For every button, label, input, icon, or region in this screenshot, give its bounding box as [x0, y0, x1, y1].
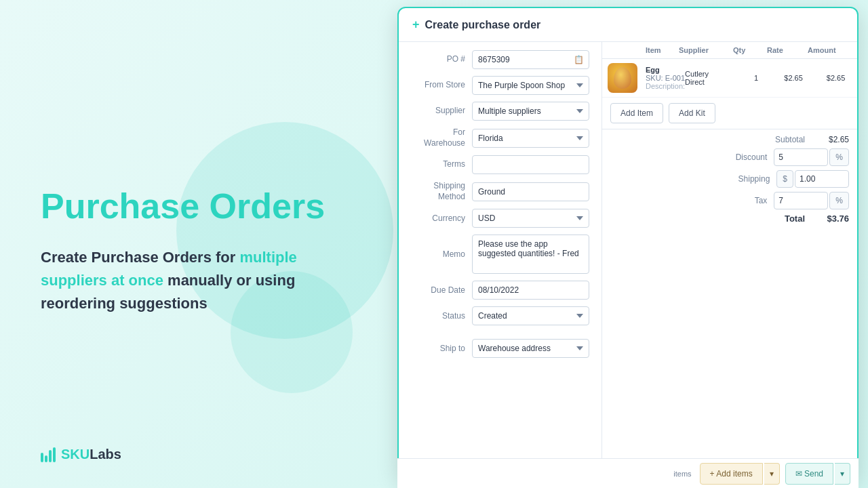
col-image [608, 46, 646, 54]
subtitle-part1: Create Purchase Orders for [41, 249, 239, 266]
modal-header: + Create purchase order [399, 8, 857, 42]
discount-input[interactable] [774, 148, 828, 166]
subtitle-highlight1: multiple [239, 249, 296, 266]
add-items-arrow-button[interactable]: ▾ [764, 463, 780, 485]
egg-icon [614, 67, 631, 89]
tax-input-group: % [774, 192, 849, 209]
supplier-row: Supplier Multiple suppliers [411, 102, 589, 121]
total-label: Total [757, 214, 805, 224]
subtotal-value: $2.65 [812, 135, 849, 144]
from-store-label: From Store [411, 80, 472, 91]
shipping-method-row: ShippingMethod [411, 181, 589, 202]
table-header: Item Supplier Qty Rate Amount [602, 42, 857, 59]
shipping-label: Shipping [722, 174, 770, 184]
discount-percent-button[interactable]: % [829, 148, 849, 166]
modal-body: PO # 📋 From Store The Purple Spoon Shop … [399, 42, 857, 480]
item-amount: $2.65 [814, 74, 857, 82]
ship-to-label: Ship to [411, 344, 472, 354]
subtotal-row: Subtotal $2.65 [610, 135, 849, 144]
add-kit-button[interactable]: Add Kit [669, 103, 715, 123]
currency-select[interactable]: USD [472, 209, 589, 228]
shipping-method-label: ShippingMethod [411, 181, 472, 202]
subtotal-label: Subtotal [757, 135, 805, 144]
col-amount: Amount [808, 46, 852, 54]
add-item-button[interactable]: Add Item [610, 103, 663, 123]
item-qty: 1 [739, 74, 773, 82]
bottom-bar: items + Add items ▾ ✉ Send ▾ [397, 458, 859, 488]
status-row: Status Created [411, 306, 589, 325]
subtitle-highlight2: suppliers at once [41, 272, 163, 289]
po-label: PO # [411, 54, 472, 65]
due-date-input[interactable] [472, 281, 589, 300]
terms-input[interactable] [472, 155, 589, 174]
memo-label: Memo [411, 249, 472, 260]
plus-icon: + [412, 18, 420, 32]
supplier-select[interactable]: Multiple suppliers [472, 102, 589, 121]
terms-label: Terms [411, 159, 472, 170]
due-date-row: Due Date [411, 281, 589, 300]
for-warehouse-select[interactable]: Florida [472, 129, 589, 148]
col-rate: Rate [767, 46, 808, 54]
subtitle: Create Purchase Orders for multiple supp… [41, 246, 353, 315]
currency-row: Currency USD [411, 209, 589, 228]
po-row: PO # 📋 [411, 50, 589, 69]
create-purchase-order-modal: + Create purchase order PO # 📋 From Stor… [397, 7, 859, 481]
ship-to-select[interactable]: Warehouse address [472, 339, 589, 358]
col-supplier: Supplier [679, 46, 733, 54]
discount-row: Discount % [610, 148, 849, 166]
action-buttons: Add Item Add Kit [602, 98, 857, 129]
po-input-wrapper: 📋 [472, 50, 589, 69]
send-arrow-button[interactable]: ▾ [835, 463, 850, 485]
due-date-label: Due Date [411, 285, 472, 296]
item-description: Description: [646, 82, 685, 90]
for-warehouse-row: ForWarehouse Florida [411, 127, 589, 148]
for-warehouse-label: ForWarehouse [411, 127, 472, 148]
tax-label: Tax [719, 196, 767, 205]
page-title: Purchase Orders [41, 186, 353, 227]
item-info: Egg SKU: E-001 Description: [646, 66, 685, 90]
totals-section: Subtotal $2.65 Discount % Shipping $ [602, 129, 857, 233]
modal-title: Create purchase order [425, 19, 541, 31]
from-store-row: From Store The Purple Spoon Shop [411, 76, 589, 95]
status-label: Status [411, 311, 472, 322]
calendar-icon: 📋 [574, 55, 584, 64]
tax-percent-button[interactable]: % [829, 192, 849, 209]
item-name: Egg [646, 66, 685, 74]
from-store-select[interactable]: The Purple Spoon Shop [472, 76, 589, 95]
discount-label: Discount [719, 152, 767, 162]
col-item: Item [646, 46, 679, 54]
shipping-row: Shipping $ [610, 170, 849, 188]
memo-textarea[interactable]: Please use the app suggested quantities!… [472, 235, 589, 274]
logo-sku: SKU [61, 447, 90, 462]
terms-row: Terms [411, 155, 589, 174]
memo-row: Memo Please use the app suggested quanti… [411, 235, 589, 274]
form-panel: PO # 📋 From Store The Purple Spoon Shop … [399, 42, 602, 480]
tax-input[interactable] [774, 192, 828, 209]
add-items-button[interactable]: + Add items [700, 463, 763, 485]
total-row: Total $3.76 [610, 214, 849, 224]
item-supplier: CutleryDirect [685, 70, 739, 86]
send-button[interactable]: ✉ Send [785, 463, 833, 485]
logo: SKULabs [41, 447, 121, 462]
discount-input-group: % [774, 148, 849, 166]
po-input[interactable] [472, 50, 589, 69]
item-rate: $2.65 [773, 74, 814, 82]
tax-row: Tax % [610, 192, 849, 209]
shipping-method-input[interactable] [472, 182, 589, 201]
status-select[interactable]: Created [472, 306, 589, 325]
shipping-input[interactable] [795, 170, 849, 188]
subtitle-part3: manually or using [163, 272, 295, 289]
ship-to-row: Ship to Warehouse address [411, 339, 589, 358]
item-image [608, 63, 646, 93]
logo-text: SKULabs [61, 447, 121, 462]
col-qty: Qty [733, 46, 767, 54]
shipping-dollar-button[interactable]: $ [776, 170, 793, 188]
total-value: $3.76 [812, 214, 849, 224]
table-row: Egg SKU: E-001 Description: CutleryDirec… [602, 59, 857, 98]
items-count: items [673, 470, 691, 478]
left-panel: Purchase Orders Create Purchase Orders f… [0, 0, 393, 488]
item-sku: SKU: E-001 [646, 74, 685, 82]
shipping-input-group: $ [776, 170, 849, 188]
logo-bars-icon [41, 447, 56, 462]
subtitle-line2: reordering suggestions [41, 295, 208, 312]
